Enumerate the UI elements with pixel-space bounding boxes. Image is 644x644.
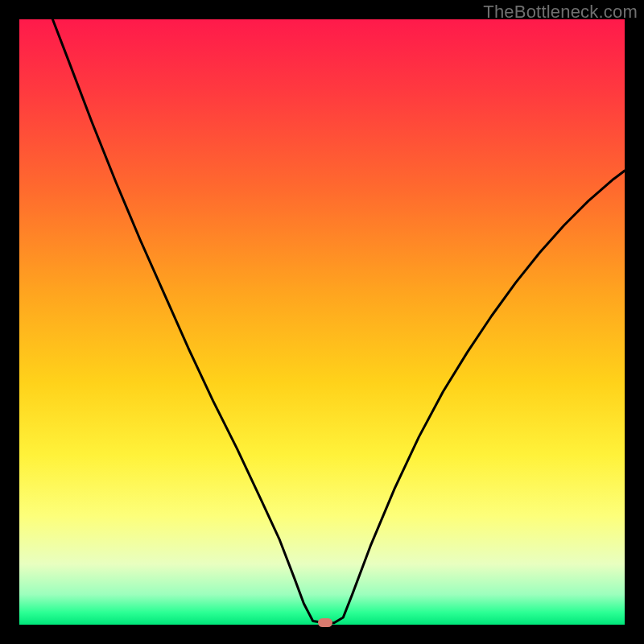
minimum-marker [318,618,332,627]
curve-svg [19,19,625,625]
plot-area [19,19,625,625]
bottleneck-curve [52,19,625,623]
chart-frame: TheBottleneck.com [0,0,644,644]
